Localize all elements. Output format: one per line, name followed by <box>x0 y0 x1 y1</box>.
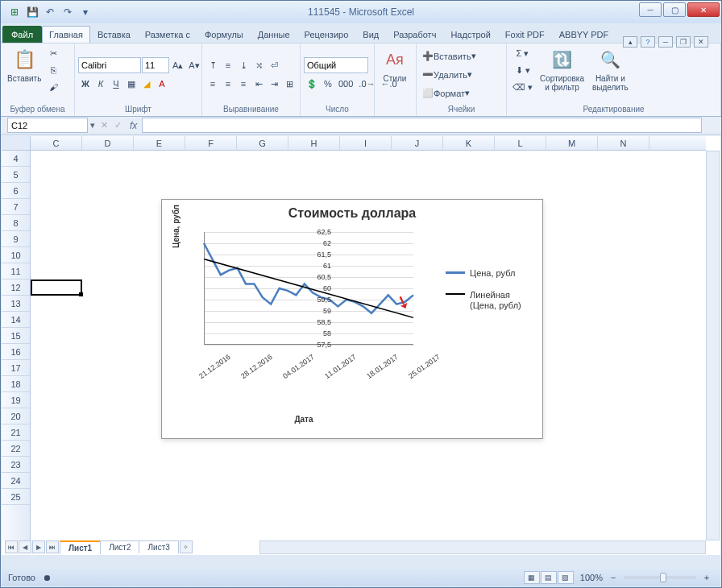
sheet-tab-3[interactable]: Лист3 <box>139 540 178 553</box>
col-header-L[interactable]: L <box>495 136 546 150</box>
col-header-M[interactable]: M <box>546 136 598 150</box>
row-header-20[interactable]: 20 <box>2 408 30 424</box>
new-sheet-icon[interactable]: ✧ <box>180 540 193 553</box>
row-header-9[interactable]: 9 <box>2 231 30 247</box>
tab-developer[interactable]: Разработч <box>386 26 443 43</box>
chart-title[interactable]: Стоимость доллара <box>162 200 542 224</box>
row-header-6[interactable]: 6 <box>2 183 30 199</box>
row-header-14[interactable]: 14 <box>2 312 30 328</box>
doc-close-icon[interactable]: ✕ <box>694 36 708 48</box>
italic-button[interactable]: К <box>93 76 108 92</box>
row-header-5[interactable]: 5 <box>2 167 30 183</box>
cells-delete-button[interactable]: ➖ Удалить ▾ <box>420 67 475 83</box>
zoom-out-icon[interactable]: − <box>606 569 620 586</box>
cut-icon[interactable]: ✂ <box>46 45 60 61</box>
align-top-icon[interactable]: ⤒ <box>205 57 220 73</box>
col-header-G[interactable]: G <box>237 136 288 150</box>
col-header-C[interactable]: C <box>31 136 82 150</box>
ribbon-min-icon[interactable]: ▴ <box>623 36 637 48</box>
comma-icon[interactable]: 000 <box>336 76 355 92</box>
tab-review[interactable]: Рецензиро <box>297 26 356 43</box>
fill-color-icon[interactable]: ◢ <box>139 76 154 92</box>
border-icon[interactable]: ▦ <box>124 76 139 92</box>
col-header-K[interactable]: K <box>443 136 495 150</box>
tab-addins[interactable]: Надстрой <box>443 26 497 43</box>
tab-data[interactable]: Данные <box>251 26 297 43</box>
orientation-icon[interactable]: ⤭ <box>251 57 266 73</box>
sheet-nav-prev-icon[interactable]: ◀ <box>19 540 31 553</box>
fill-handle[interactable] <box>79 292 83 296</box>
help-icon[interactable]: ? <box>641 36 655 48</box>
align-right-icon[interactable]: ≡ <box>236 76 251 92</box>
zoom-slider[interactable] <box>624 576 696 579</box>
row-header-10[interactable]: 10 <box>2 247 30 263</box>
row-header-18[interactable]: 18 <box>2 376 30 392</box>
tab-abbyy[interactable]: ABBYY PDF <box>552 26 616 43</box>
sheet-nav-last-icon[interactable]: ⏭ <box>46 540 59 553</box>
undo-icon[interactable]: ↶ <box>43 5 57 19</box>
view-layout-icon[interactable]: ▤ <box>541 571 557 584</box>
tab-foxit[interactable]: Foxit PDF <box>498 26 552 43</box>
grow-font-icon[interactable]: A▴ <box>170 57 185 73</box>
tab-layout[interactable]: Разметка с <box>138 26 197 43</box>
wrap-text-icon[interactable]: ⏎ <box>267 57 281 73</box>
tab-formulas[interactable]: Формулы <box>197 26 251 43</box>
save-icon[interactable]: 💾 <box>25 5 39 19</box>
cells-insert-button[interactable]: ➕ Вставить ▾ <box>420 48 479 64</box>
fill-icon[interactable]: ⬇ ▾ <box>510 62 535 78</box>
col-header-H[interactable]: H <box>288 136 340 150</box>
tab-view[interactable]: Вид <box>355 26 386 43</box>
file-tab[interactable]: Файл <box>2 26 42 43</box>
chart-legend[interactable]: Цена, рубл Линейная (Цена, рубл) <box>446 268 534 323</box>
view-normal-icon[interactable]: ▦ <box>524 571 540 584</box>
bold-button[interactable]: Ж <box>78 76 93 92</box>
sheet-nav-first-icon[interactable]: ⏮ <box>5 540 18 553</box>
percent-icon[interactable]: % <box>321 76 335 92</box>
minimize-button[interactable]: ─ <box>639 2 662 17</box>
align-center-icon[interactable]: ≡ <box>221 76 235 92</box>
horizontal-scrollbar[interactable] <box>259 540 706 554</box>
name-box[interactable]: C12 <box>7 118 88 133</box>
column-headers[interactable]: CDEFGHIJKLMN <box>31 136 706 151</box>
fn-cancel-icon[interactable]: ✕ <box>98 120 111 130</box>
paste-button[interactable]: 📋 Вставить <box>4 45 44 85</box>
indent-dec-icon[interactable]: ⇤ <box>251 76 266 92</box>
col-header-I[interactable]: I <box>340 136 392 150</box>
row-header-16[interactable]: 16 <box>2 344 30 360</box>
row-header-11[interactable]: 11 <box>2 263 30 280</box>
sort-filter-button[interactable]: 🔃 Сортировка и фильтр <box>537 45 587 93</box>
zoom-in-icon[interactable]: + <box>699 569 714 586</box>
align-middle-icon[interactable]: ≡ <box>221 57 235 73</box>
active-cell[interactable] <box>31 280 82 296</box>
sheet-tab-1[interactable]: Лист1 <box>60 540 101 554</box>
vertical-scrollbar[interactable] <box>706 151 720 540</box>
sheet-tab-2[interactable]: Лист2 <box>100 540 139 553</box>
redo-icon[interactable]: ↷ <box>60 5 75 19</box>
formula-bar[interactable] <box>142 118 702 133</box>
indent-inc-icon[interactable]: ⇥ <box>267 76 281 92</box>
format-painter-icon[interactable]: 🖌 <box>46 79 60 95</box>
doc-restore-icon[interactable]: ❐ <box>676 36 691 48</box>
view-pagebreak-icon[interactable]: ▧ <box>558 571 574 584</box>
row-header-4[interactable]: 4 <box>2 151 30 167</box>
row-headers[interactable]: 45678910111213141516171819202122232425 <box>2 151 31 540</box>
underline-button[interactable]: Ч <box>109 76 123 92</box>
col-header-F[interactable]: F <box>185 136 237 150</box>
col-header-J[interactable]: J <box>392 136 443 150</box>
qat-more-icon[interactable]: ▾ <box>78 5 93 19</box>
merge-icon[interactable]: ⊞ <box>282 76 297 92</box>
namebox-dropdown-icon[interactable]: ▾ <box>88 120 98 130</box>
font-size-input[interactable]: 11 <box>142 57 169 73</box>
select-all-corner[interactable] <box>2 136 31 151</box>
row-header-19[interactable]: 19 <box>2 392 30 408</box>
sheet-nav-next-icon[interactable]: ▶ <box>32 540 45 553</box>
tab-insert[interactable]: Вставка <box>90 26 138 43</box>
currency-icon[interactable]: 💲 <box>304 76 320 92</box>
close-button[interactable]: ✕ <box>687 2 720 17</box>
row-header-24[interactable]: 24 <box>2 473 30 489</box>
col-header-N[interactable]: N <box>598 136 649 150</box>
align-left-icon[interactable]: ≡ <box>205 76 220 92</box>
number-format-select[interactable]: Общий <box>304 57 368 73</box>
clear-icon[interactable]: ⌫ ▾ <box>510 79 535 95</box>
row-header-8[interactable]: 8 <box>2 215 30 231</box>
